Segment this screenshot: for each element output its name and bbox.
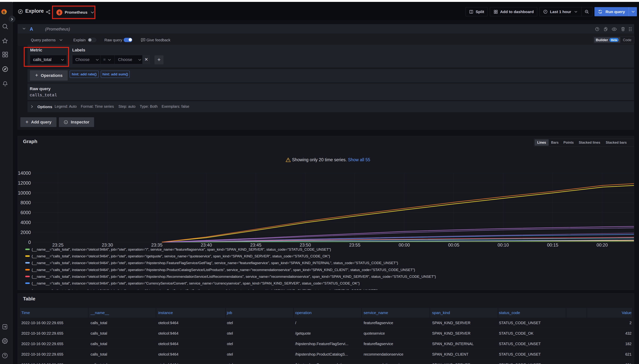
svg-text:14000: 14000 — [18, 170, 31, 176]
svg-text:00:10: 00:10 — [498, 242, 509, 248]
svg-text:23:40: 23:40 — [201, 242, 212, 248]
svg-text:23:45: 23:45 — [250, 242, 261, 248]
svg-text:00:20: 00:20 — [596, 242, 608, 248]
svg-text:23:35: 23:35 — [151, 242, 162, 248]
svg-text:23:55: 23:55 — [349, 242, 360, 248]
svg-text:23:30: 23:30 — [102, 242, 113, 248]
svg-text:4000: 4000 — [20, 220, 31, 225]
svg-text:10000: 10000 — [18, 190, 31, 196]
svg-text:8000: 8000 — [20, 200, 31, 205]
svg-text:6000: 6000 — [20, 210, 31, 215]
svg-text:00:05: 00:05 — [448, 242, 459, 248]
svg-text:0: 0 — [28, 240, 31, 245]
svg-text:00:00: 00:00 — [399, 242, 410, 248]
svg-text:12000: 12000 — [18, 180, 31, 186]
svg-text:00:15: 00:15 — [547, 242, 558, 248]
svg-text:23:50: 23:50 — [300, 242, 311, 248]
svg-text:23:25: 23:25 — [52, 242, 64, 248]
svg-text:2000: 2000 — [20, 230, 31, 235]
